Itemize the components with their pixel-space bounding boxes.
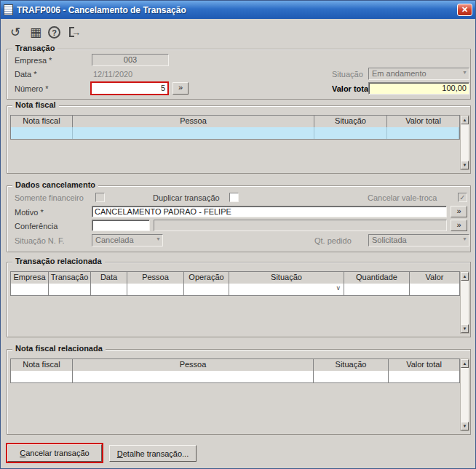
- numero-label: Número *: [15, 84, 48, 93]
- somente-financeiro-checkbox: [95, 193, 105, 202]
- group-nota-fiscal: Nota fiscal Nota fiscal Pessoa Situação …: [7, 105, 471, 174]
- valor-total-label: Valor total: [332, 84, 370, 93]
- header-cell: Valor total: [387, 116, 459, 127]
- table-cell: [11, 284, 49, 295]
- numero-field[interactable]: 5: [90, 81, 169, 95]
- table-cell: [410, 284, 459, 295]
- transacao-relacionada-scrollbar[interactable]: ▲ ▼: [460, 271, 469, 334]
- situacao-nf-value: Cancelada: [95, 236, 134, 244]
- detalhe-transacao-button[interactable]: Detalhe transação...: [109, 445, 197, 462]
- cancelar-vale-troca-checkbox: ✓: [458, 193, 467, 202]
- header-cell: Pessoa: [127, 272, 184, 284]
- group-dados-cancelamento-legend: Dados cancelamento: [12, 180, 98, 189]
- transacao-relacionada-header-row: Empresa Transação Data Pessoa Operação S…: [10, 271, 460, 284]
- table-cell: [73, 127, 314, 139]
- group-nota-fiscal-relacionada: Nota fiscal relacionada Nota fiscal Pess…: [7, 349, 471, 435]
- table-row[interactable]: [10, 127, 460, 140]
- group-transacao: Transação Empresa * 003 Data * 12/11/202…: [7, 49, 471, 100]
- header-cell: Quantidade: [344, 272, 410, 284]
- motivo-lookup-button[interactable]: »: [451, 206, 467, 217]
- window-title: TRAFP006 - Cancelamento de Transação: [17, 5, 457, 15]
- data-label: Data *: [15, 70, 37, 79]
- duplicar-transacao-checkbox[interactable]: [229, 193, 239, 202]
- chevron-down-icon: ▼: [462, 236, 467, 241]
- group-nota-fiscal-relacionada-legend: Nota fiscal relacionada: [12, 344, 106, 353]
- title-bar[interactable]: TRAFP006 - Cancelamento de Transação ✕: [1, 1, 475, 19]
- scroll-up-icon[interactable]: ▲: [461, 359, 469, 368]
- header-cell: Valor: [410, 272, 459, 284]
- header-cell: Situação: [314, 359, 389, 371]
- nota-fiscal-header-row: Nota fiscal Pessoa Situação Valor total: [10, 115, 460, 128]
- table-cell: [344, 284, 410, 295]
- table-cell: [387, 127, 459, 139]
- header-cell: Situação: [314, 116, 387, 127]
- cancelar-transacao-button[interactable]: Cancelar transação: [7, 444, 102, 462]
- scroll-up-icon[interactable]: ▲: [461, 272, 469, 281]
- header-cell: Situação: [229, 272, 344, 284]
- numero-lookup-button[interactable]: »: [172, 82, 189, 95]
- qt-pedido-value: Solicitada: [372, 236, 407, 244]
- cancel-button-highlight: Cancelar transação: [6, 443, 103, 463]
- group-dados-cancelamento: Dados cancelamento Somente financeiro Du…: [7, 185, 471, 252]
- group-nota-fiscal-legend: Nota fiscal: [12, 100, 59, 109]
- close-icon[interactable]: ✕: [457, 4, 472, 16]
- conferencia-descricao-field: [154, 220, 447, 231]
- chevron-down-icon: ∨: [336, 284, 341, 292]
- conferencia-lookup-button[interactable]: »: [451, 220, 467, 231]
- chevron-down-icon: ▼: [156, 236, 161, 241]
- help-icon[interactable]: ?: [48, 26, 60, 39]
- header-cell: Nota fiscal: [11, 116, 73, 127]
- table-cell: [91, 284, 127, 295]
- header-cell: Transação: [49, 272, 91, 284]
- situacao-label: Situação: [332, 70, 363, 79]
- scroll-down-icon[interactable]: ▼: [461, 324, 469, 333]
- somente-financeiro-label: Somente financeiro: [15, 193, 84, 202]
- button-label: etalhe transação...: [123, 449, 189, 458]
- table-cell: [49, 284, 91, 295]
- empresa-field: 003: [92, 54, 169, 66]
- empresa-label: Empresa *: [15, 56, 52, 65]
- header-cell: Operação: [184, 272, 229, 284]
- exit-icon[interactable]: →: [68, 25, 82, 39]
- calendar-icon[interactable]: ▦: [28, 25, 43, 39]
- header-cell: Nota fiscal: [11, 359, 73, 371]
- qt-pedido-select: Solicitada ▼: [368, 234, 469, 246]
- table-cell-situacao[interactable]: ∨: [229, 284, 344, 295]
- header-cell: Empresa: [11, 272, 49, 284]
- table-cell: [389, 371, 459, 382]
- group-transacao-legend: Transação: [12, 44, 57, 52]
- situacao-nf-select: Cancelada ▼: [92, 234, 163, 246]
- table-cell: [184, 284, 229, 295]
- table-cell: [11, 371, 73, 382]
- qt-pedido-label: Qt. pedido: [314, 236, 352, 245]
- header-cell: Data: [91, 272, 127, 284]
- scroll-up-icon[interactable]: ▲: [461, 116, 469, 124]
- valor-total-field: 100,00: [368, 82, 469, 95]
- motivo-field[interactable]: CANCELAMENTO PADRAO - FELIPE: [92, 206, 447, 217]
- cancelar-vale-troca-label: Cancelar vale-troca: [368, 193, 437, 202]
- conferencia-field[interactable]: [92, 220, 150, 231]
- scroll-down-icon[interactable]: ▼: [461, 161, 469, 169]
- window-icon: [4, 4, 13, 15]
- group-transacao-relacionada: Transação relacionada Empresa Transação …: [7, 262, 471, 337]
- accel-letter: D: [117, 449, 123, 458]
- header-cell: Pessoa: [73, 116, 314, 127]
- motivo-label: Motivo *: [15, 208, 44, 217]
- dialog-window: TRAFP006 - Cancelamento de Transação ✕ ↺…: [0, 0, 476, 469]
- table-cell: [314, 371, 389, 382]
- nota-fiscal-scrollbar[interactable]: ▲ ▼: [460, 115, 469, 170]
- situacao-nf-label: Situação N. F.: [15, 236, 64, 245]
- table-row[interactable]: ∨: [10, 284, 460, 296]
- table-cell: [127, 284, 184, 295]
- nota-fiscal-relacionada-header-row: Nota fiscal Pessoa Situação Valor total: [10, 358, 460, 372]
- refresh-icon[interactable]: ↺: [8, 25, 23, 39]
- situacao-select: Em andamento ▼: [368, 68, 469, 80]
- group-transacao-relacionada-legend: Transação relacionada: [12, 257, 105, 265]
- conferencia-label: Conferência: [15, 222, 57, 231]
- exit-arrow-glyph: →: [71, 27, 81, 38]
- table-row[interactable]: [10, 371, 460, 383]
- nota-fiscal-relacionada-scrollbar[interactable]: ▲ ▼: [460, 358, 469, 431]
- scroll-down-icon[interactable]: ▼: [461, 422, 469, 430]
- header-cell: Valor total: [389, 359, 459, 371]
- situacao-value: Em andamento: [372, 69, 427, 78]
